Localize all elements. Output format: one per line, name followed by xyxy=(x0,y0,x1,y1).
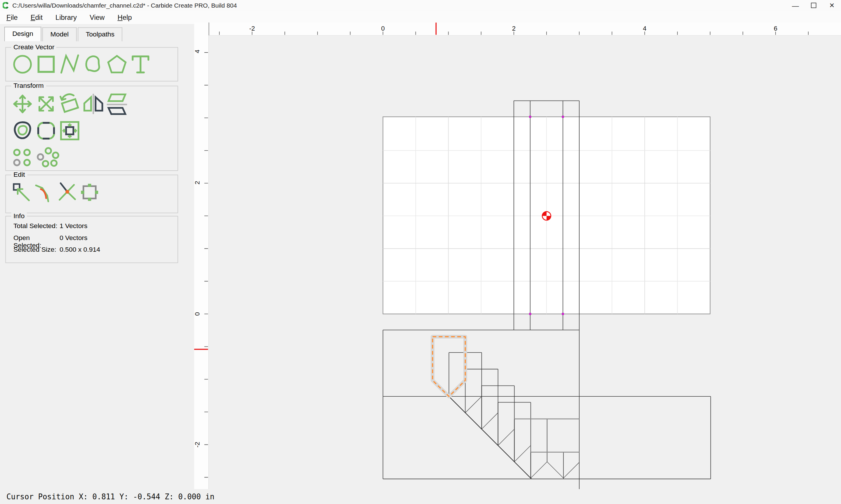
app-logo-icon xyxy=(3,2,9,8)
svg-text:0: 0 xyxy=(381,25,384,32)
svg-text:-2: -2 xyxy=(249,25,255,32)
info-row-label: Selected Size: xyxy=(14,246,59,255)
ruler-horizontal: -20246 xyxy=(208,22,841,36)
info-group: Info Total Selected:1 VectorsOpen Select… xyxy=(5,216,178,263)
polygon-tool-icon[interactable] xyxy=(106,53,128,75)
origin-marker xyxy=(542,212,551,220)
vector-node-marker xyxy=(529,313,531,315)
edit-group: Edit xyxy=(5,175,178,213)
create-vector-group: Create Vector xyxy=(5,47,178,82)
align-tool-icon[interactable] xyxy=(12,146,34,168)
fit-to-size-tool-icon[interactable] xyxy=(58,120,81,142)
tab-toolpaths[interactable]: Toolpaths xyxy=(78,28,122,41)
tab-strip: DesignModelToolpaths xyxy=(4,26,124,41)
svg-text:-2: -2 xyxy=(194,442,201,448)
window-title: C:/Users/willa/Downloads/chamfer_channel… xyxy=(12,2,786,8)
info-row: Total Selected:1 Vectors xyxy=(6,220,177,231)
distribute-tool-icon[interactable] xyxy=(35,146,59,168)
rectangle-tool-icon[interactable] xyxy=(35,53,57,75)
vector-node-marker xyxy=(562,313,564,315)
group-label: Create Vector xyxy=(12,43,57,51)
circle-tool-icon[interactable] xyxy=(12,53,34,75)
offset-tool-icon[interactable] xyxy=(12,120,34,142)
title-bar: C:/Users/willa/Downloads/chamfer_channel… xyxy=(0,0,841,11)
info-row-value: 1 Vectors xyxy=(59,222,88,231)
ruler-vertical: 420-2 xyxy=(194,22,209,489)
curve-tool-icon[interactable] xyxy=(82,53,105,75)
vector-node-marker xyxy=(529,116,531,118)
menu-item-library[interactable]: Library xyxy=(49,11,83,24)
round-corners-tool-icon[interactable] xyxy=(35,120,57,142)
polyline-tool-icon[interactable] xyxy=(58,53,81,75)
info-row: Open Selected:0 Vectors xyxy=(6,231,177,243)
fillet-tool-icon[interactable] xyxy=(34,182,55,203)
info-row-value: 0 Vectors xyxy=(59,234,88,243)
menu-item-edit[interactable]: Edit xyxy=(24,11,49,24)
info-row-label: Total Selected: xyxy=(14,222,59,231)
info-row-value: 0.500 x 0.914 xyxy=(59,246,100,255)
minimize-button[interactable]: — xyxy=(786,0,805,11)
svg-text:0: 0 xyxy=(194,312,201,316)
text-tool-icon[interactable] xyxy=(130,53,152,75)
rotate-tool-icon[interactable] xyxy=(58,93,81,115)
close-button[interactable]: × xyxy=(823,0,841,11)
restore-icon xyxy=(811,3,816,8)
status-bar: Cursor Position X: 0.811 Y: -0.544 Z: 0.… xyxy=(0,489,841,504)
vector-node-marker xyxy=(562,116,564,118)
tab-design[interactable]: Design xyxy=(4,27,41,41)
svg-text:6: 6 xyxy=(774,25,777,32)
design-canvas[interactable] xyxy=(208,35,841,489)
group-label: Transform xyxy=(12,82,46,90)
flip-vertical-tool-icon[interactable] xyxy=(106,93,128,115)
group-label: Info xyxy=(12,212,27,220)
tab-model[interactable]: Model xyxy=(42,28,77,41)
transform-group: Transform xyxy=(5,86,178,171)
left-panel: DesignModelToolpaths Create Vector xyxy=(0,24,187,489)
svg-text:2: 2 xyxy=(194,181,201,184)
group-label: Edit xyxy=(12,171,27,179)
node-edit-tool-icon[interactable] xyxy=(12,182,33,203)
chamfer-diagonal xyxy=(449,396,531,479)
svg-text:2: 2 xyxy=(512,25,515,32)
svg-text:4: 4 xyxy=(643,25,647,32)
app-window: C:/Users/willa/Downloads/chamfer_channel… xyxy=(0,0,841,504)
minimize-icon: — xyxy=(792,1,799,10)
restore-button[interactable] xyxy=(805,0,823,11)
menu-item-file[interactable]: File xyxy=(0,11,24,24)
menu-item-view[interactable]: View xyxy=(83,11,111,24)
info-row-label: Open Selected: xyxy=(14,234,59,243)
menu-item-help[interactable]: Help xyxy=(111,11,138,24)
cursor-position-readout: Cursor Position X: 0.811 Y: -0.544 Z: 0.… xyxy=(6,492,214,501)
trim-vectors-tool-icon[interactable] xyxy=(56,182,78,203)
flip-horizontal-tool-icon[interactable] xyxy=(82,93,105,115)
svg-text:4: 4 xyxy=(194,50,201,53)
close-icon: × xyxy=(829,1,834,10)
move-tool-icon[interactable] xyxy=(12,93,34,115)
scale-tool-icon[interactable] xyxy=(35,93,57,115)
resize-handles-tool-icon[interactable] xyxy=(79,182,100,203)
